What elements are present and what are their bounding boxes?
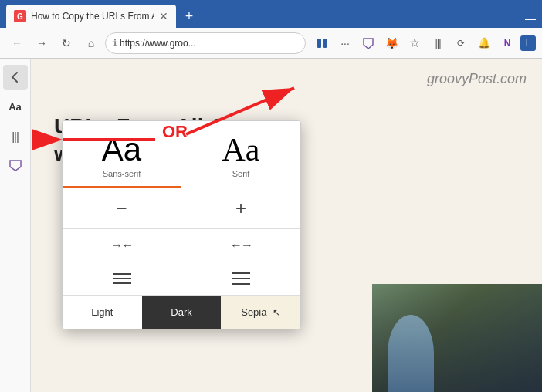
increase-text-button[interactable]: +: [181, 188, 300, 229]
content-area: groovyPost.com URLs From All Open wser: [31, 59, 542, 392]
site-logo: groovyPost.com: [427, 71, 527, 87]
sync-button[interactable]: ⟳: [451, 33, 471, 53]
light-theme-button[interactable]: Light: [63, 296, 142, 329]
onenote-button[interactable]: N: [497, 33, 517, 53]
sidebar-fonts-icon[interactable]: Aa: [3, 94, 28, 119]
nav-bar: ← → ↻ ⌂ ℹ https://www.groo... ··· 🦊 ☆: [0, 28, 542, 59]
tab-bar: G How to Copy the URLs From A... ✕ + —: [0, 0, 542, 28]
star-button[interactable]: ☆: [405, 33, 425, 53]
article-image: [372, 284, 542, 392]
sans-serif-sample: Aa: [70, 133, 173, 166]
tab-close-button[interactable]: ✕: [159, 10, 168, 22]
new-tab-button[interactable]: +: [179, 6, 199, 26]
svg-rect-0: [317, 39, 321, 48]
active-tab[interactable]: G How to Copy the URLs From A... ✕: [6, 5, 176, 28]
browser-window: G How to Copy the URLs From A... ✕ + — ←…: [0, 0, 542, 392]
forward-button[interactable]: →: [31, 32, 53, 54]
tab-bar-right: —: [525, 12, 542, 28]
dark-theme-button[interactable]: Dark: [142, 296, 222, 329]
url-text: https://www.groo...: [120, 38, 297, 49]
more-button[interactable]: ···: [335, 33, 355, 53]
serif-option[interactable]: Aa Serif: [181, 121, 300, 188]
decrease-width-button[interactable]: →←: [63, 229, 181, 262]
decrease-spacing-button[interactable]: [63, 262, 181, 295]
sidebar-pocket-icon[interactable]: [3, 153, 28, 177]
url-bar[interactable]: ℹ https://www.groo...: [105, 32, 306, 54]
sidebar-back-icon[interactable]: [3, 65, 28, 90]
bookmarks-button[interactable]: |||: [428, 33, 448, 53]
security-icon: ℹ: [113, 38, 117, 48]
sepia-theme-button[interactable]: Sepia ↖: [221, 296, 300, 329]
increase-spacing-button[interactable]: [181, 262, 300, 295]
reader-popup: Aa Sans-serif Aa Serif − + →← ←→: [62, 120, 301, 329]
pocket-icon: [362, 37, 374, 49]
nav-icons: ··· 🦊 ☆ ||| ⟳ 🔔 N L: [312, 33, 536, 53]
sans-serif-label: Sans-serif: [70, 169, 173, 178]
serif-sample: Aa: [189, 133, 293, 166]
profile-button[interactable]: L: [520, 35, 536, 51]
theme-bar: Light Dark Sepia ↖: [63, 295, 300, 329]
svg-rect-1: [323, 39, 327, 48]
pocket-button[interactable]: [358, 33, 378, 53]
home-button[interactable]: ⌂: [80, 32, 102, 54]
reader-controls: − + →← ←→: [63, 188, 300, 295]
tab-favicon: G: [14, 10, 26, 22]
minimize-icon[interactable]: —: [525, 12, 536, 25]
cursor-pointer-icon: ↖: [273, 307, 280, 318]
sidebar-reading-list-icon[interactable]: |||: [3, 123, 28, 148]
refresh-button[interactable]: ↻: [56, 32, 77, 54]
decrease-text-button[interactable]: −: [63, 188, 181, 229]
reader-view-icon: [316, 37, 328, 49]
or-text: OR: [162, 122, 188, 142]
serif-label: Serif: [189, 169, 293, 178]
firefox-icon-btn[interactable]: 🦊: [381, 33, 401, 53]
increase-width-button[interactable]: ←→: [181, 229, 300, 262]
reader-view-button[interactable]: [312, 33, 332, 53]
bell-button[interactable]: 🔔: [474, 33, 494, 53]
tab-title: How to Copy the URLs From A...: [31, 11, 154, 22]
main-area: Aa ||| groovyPost.com URLs From All Open…: [0, 59, 542, 392]
back-button[interactable]: ←: [6, 32, 28, 54]
sidebar: Aa |||: [0, 59, 31, 392]
